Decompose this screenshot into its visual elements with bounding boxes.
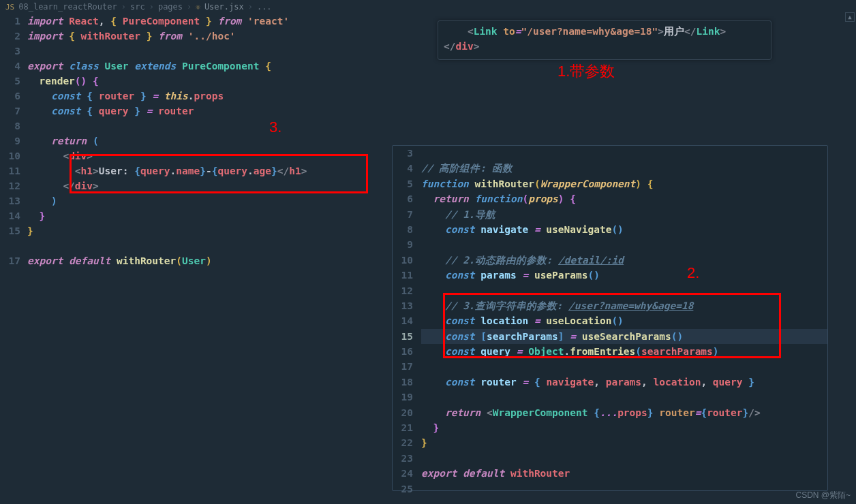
breadcrumb-pages[interactable]: pages [158,2,183,12]
chevron-right-icon: › [187,2,192,12]
chevron-right-icon: › [248,2,253,12]
code-body-2[interactable]: // 高阶组件: 函数 function withRouter(WrapperC… [421,146,827,497]
js-icon: JS [5,3,14,12]
jsx-icon: ⚛ [196,3,200,12]
chevron-right-icon: › [121,2,126,12]
chevron-right-icon: › [149,2,154,12]
breadcrumb-file[interactable]: User.jsx [204,2,244,12]
annotation-1: 1.带参数 [557,61,615,82]
watermark: CSDN @紫陌~ [795,490,851,501]
line-gutter-2: 3 4 5 6 7 8 9 10 11 12 13 14 15 16 17 18… [393,146,421,497]
link-snippet-panel: <Link to="/user?name=why&age=18">用户</Lin… [438,20,771,60]
annotation-2: 2. [687,264,699,282]
breadcrumb-src[interactable]: src [130,2,145,12]
with-router-panel[interactable]: 3 4 5 6 7 8 9 10 11 12 13 14 15 16 17 18… [392,145,828,491]
breadcrumb-project[interactable]: 08_learn_reactRouter [18,2,117,12]
annotation-3: 3. [269,119,281,136]
breadcrumb-more[interactable]: ... [257,2,272,12]
line-gutter: 1 2 3 4 5 6 7 8 9 10 11 12 13 14 15 17 [0,14,27,268]
breadcrumb: JS 08_learn_reactRouter › src › pages › … [0,0,856,14]
